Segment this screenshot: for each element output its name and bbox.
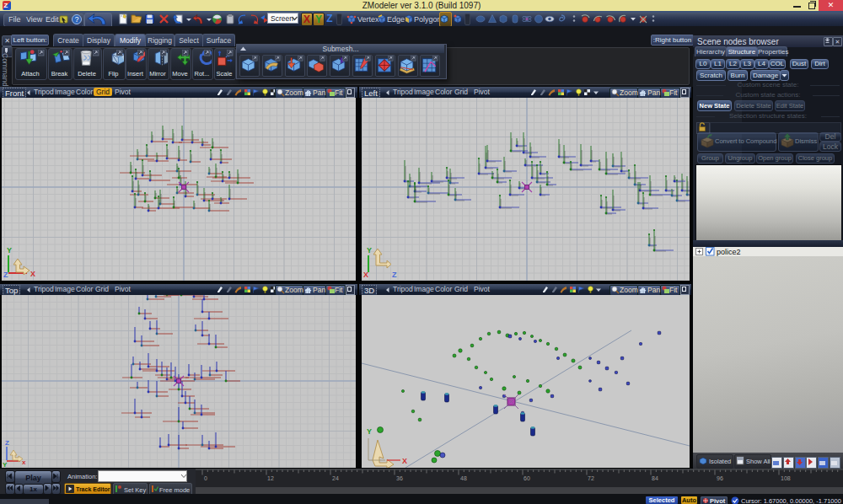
svg-text:0: 0	[204, 475, 207, 481]
svg-text:X: X	[30, 270, 35, 278]
svg-text:?: ?	[75, 15, 79, 24]
svg-text:Z: Z	[3, 271, 8, 279]
svg-text:Y: Y	[367, 246, 372, 255]
svg-text:Y: Y	[3, 461, 8, 468]
svg-text:Y: Y	[367, 427, 372, 436]
svg-text:96: 96	[717, 475, 723, 481]
svg-text:X: X	[363, 271, 368, 279]
svg-text:24: 24	[332, 475, 339, 481]
svg-text:108: 108	[781, 475, 791, 481]
svg-text:Z: Z	[392, 271, 397, 279]
svg-text:72: 72	[588, 475, 594, 481]
svg-text:36: 36	[396, 475, 403, 481]
svg-text:Z: Z	[5, 439, 9, 447]
svg-text:Y: Y	[7, 246, 12, 255]
svg-text:X: X	[402, 457, 407, 465]
svg-text:12: 12	[267, 475, 274, 481]
svg-text:84: 84	[652, 475, 658, 481]
svg-text:60: 60	[524, 475, 530, 481]
svg-text:x: x	[22, 458, 26, 466]
svg-text:48: 48	[460, 475, 467, 481]
